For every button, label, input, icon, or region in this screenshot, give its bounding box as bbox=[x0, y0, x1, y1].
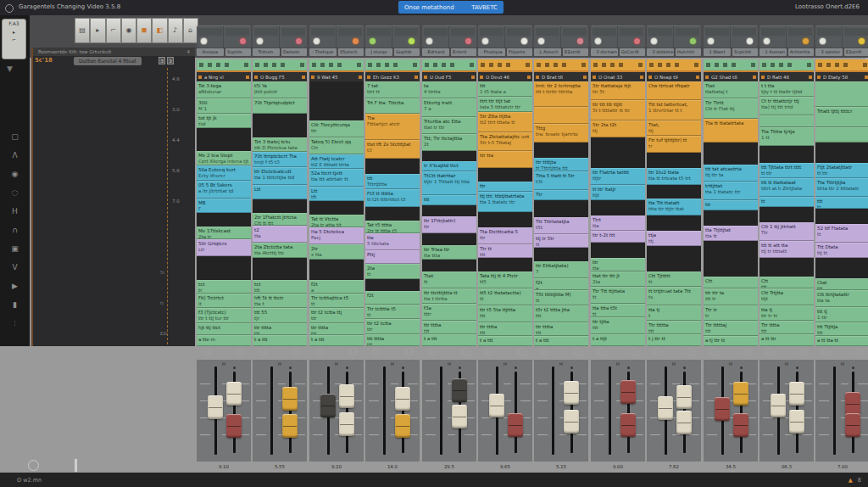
clip-label-row[interactable]: D Ratt 48 bbox=[760, 70, 814, 81]
track-output-chip[interactable]: Suptds bbox=[225, 48, 251, 56]
track-name-chip[interactable]: ◦ 1 Wasrt bbox=[704, 48, 731, 56]
clip[interactable]: 2tr 1Ftatctt jtrtctaCtt tt ttt bbox=[253, 213, 307, 226]
fader-cap[interactable] bbox=[452, 378, 467, 402]
clip[interactable]: 70t Ttprtqtudptct bbox=[253, 98, 307, 114]
clip[interactable]: Ttr ttttt bbox=[478, 244, 532, 258]
clip-label-row[interactable]: D Etaty 58 bbox=[815, 70, 868, 81]
track-header-button-left[interactable] bbox=[480, 28, 504, 36]
clip[interactable]: tcttr bbox=[197, 280, 251, 294]
empty-clip-slot[interactable] bbox=[309, 201, 364, 215]
clip[interactable]: t a ttt bbox=[478, 336, 532, 346]
volume-fader-track[interactable] bbox=[440, 367, 442, 455]
clip-stop-button[interactable] bbox=[598, 348, 605, 355]
empty-clip-slot[interactable] bbox=[647, 185, 701, 199]
mixer-icon[interactable]: H bbox=[0, 202, 30, 221]
track-header-button-right[interactable] bbox=[844, 28, 868, 36]
clip[interactable]: ttr 1tu2 ttatatta tt trtcata t5 trt bbox=[647, 168, 701, 185]
monitor-button[interactable]: ◉ bbox=[121, 18, 136, 43]
track-name-chip[interactable]: ◦ 1 Auesan bbox=[760, 48, 787, 56]
volume-fader-track[interactable] bbox=[833, 367, 836, 455]
clip-stop-button[interactable] bbox=[710, 348, 718, 355]
headphone-icon[interactable]: ∩ bbox=[0, 221, 30, 239]
clip-stop-button[interactable] bbox=[855, 348, 863, 355]
empty-clip-slot[interactable] bbox=[253, 199, 307, 213]
clip[interactable]: tta tjt bbox=[647, 305, 701, 321]
track-header-button-left[interactable] bbox=[536, 28, 559, 36]
record-arm-dot[interactable] bbox=[746, 37, 754, 45]
chevron-icon[interactable]: V bbox=[0, 258, 30, 277]
track-header-button-right[interactable] bbox=[225, 28, 249, 36]
scene-strip[interactable] bbox=[365, 59, 420, 70]
clip[interactable]: ttt1 t5 ttata a bbox=[478, 81, 532, 97]
track-header-button-left[interactable] bbox=[311, 28, 335, 36]
clip-label-row[interactable]: G2 Shad t8 bbox=[704, 70, 758, 81]
clip[interactable]: hft 5t tt ttctrtta t bbox=[253, 294, 307, 308]
clip[interactable]: Tat t5 tttta2tr tt tttta t5 bbox=[365, 221, 420, 233]
empty-clip-slot[interactable] bbox=[309, 260, 364, 280]
record-arm-dot[interactable] bbox=[352, 37, 359, 45]
empty-clip-slot[interactable] bbox=[253, 114, 307, 137]
clip[interactable]: ttr ttttattt bbox=[309, 323, 364, 335]
clip[interactable]: Tta Etctttcatta 5ttr bbox=[478, 227, 532, 244]
record-arm-dot[interactable] bbox=[802, 37, 810, 45]
clip-label-row[interactable]: O Neap t9 bbox=[647, 70, 701, 81]
clip[interactable]: Ltttft bbox=[309, 187, 364, 201]
empty-clip-slot[interactable] bbox=[760, 146, 814, 163]
monitor-dot[interactable] bbox=[481, 37, 489, 45]
scene-strip[interactable] bbox=[309, 59, 364, 70]
clip[interactable]: f3 (Tjctcstc)ttr t ttj tur ttr bbox=[197, 308, 251, 323]
record-arm-dot[interactable] bbox=[576, 37, 584, 45]
clip[interactable]: 7 tatttrt tt bbox=[365, 81, 420, 98]
clip[interactable]: ttr Trtaa ttrtta ttta bbox=[422, 245, 476, 260]
clip[interactable]: Ttr TtrttCtt tr Ftat ttj bbox=[704, 98, 758, 119]
scene-strip[interactable] bbox=[253, 59, 307, 70]
clip[interactable]: ttt ttttattt bbox=[365, 334, 420, 346]
clip[interactable]: ttr ttttattt bbox=[534, 322, 588, 336]
clip[interactable] bbox=[815, 81, 868, 107]
track-header-button-left[interactable] bbox=[648, 28, 672, 36]
clip[interactable]: 5tr Ztta ttjttatt2 ttrt tttata tt bbox=[478, 112, 532, 132]
track-name-chip[interactable]: ◦ Edrtund bbox=[422, 48, 449, 56]
track-header-button-right[interactable] bbox=[788, 28, 812, 36]
volume-fader-track[interactable] bbox=[552, 367, 554, 455]
clip[interactable]: Tta tt ttatatrtata bbox=[704, 119, 758, 143]
clip[interactable]: Trtatt tjttj ttttcr bbox=[815, 107, 868, 127]
clip[interactable]: t t ttatjty t tt ttattr tjttd bbox=[760, 81, 814, 97]
clip[interactable]: Ttr tttttajttt bbox=[704, 321, 758, 336]
monitor-dot[interactable] bbox=[313, 37, 320, 45]
track-header-button-right[interactable] bbox=[394, 28, 418, 36]
track-header-panel[interactable] bbox=[591, 25, 645, 48]
clip[interactable]: Ftr tuf tjtttjttr) tttr bbox=[647, 136, 701, 153]
empty-clip-slot[interactable] bbox=[647, 153, 701, 168]
track-header-panel[interactable] bbox=[647, 25, 701, 48]
clip-stop-button[interactable] bbox=[316, 348, 324, 355]
track-name-chip[interactable]: ◦ Trdrum bbox=[253, 48, 280, 56]
track-output-chip[interactable]: Scplchtt bbox=[732, 48, 758, 56]
scene-strip[interactable] bbox=[534, 59, 588, 70]
track-output-chip[interactable]: Achtertta bbox=[788, 48, 814, 56]
clip[interactable]: Ttt; Ttr ttctajttta2t bbox=[422, 134, 476, 151]
track-header-button-left[interactable] bbox=[254, 28, 278, 36]
track-output-chip[interactable]: Hutchitt bbox=[676, 48, 701, 56]
clip[interactable]: Ttt tst tattertcat,1 ttrvrtrtar tt t bbox=[647, 100, 701, 120]
clip[interactable]: Ctt 1 ttj jttrtattTtr bbox=[760, 222, 814, 241]
clip[interactable]: Ctk Ttecyttcurqattr bbox=[309, 120, 364, 137]
record-arm-dot[interactable] bbox=[633, 37, 641, 45]
clip[interactable]: a tj ttr tt bbox=[704, 336, 758, 346]
clip[interactable]: ttr ttttattt bbox=[253, 323, 307, 335]
scene-strip[interactable] bbox=[422, 59, 476, 70]
clip[interactable]: tctttt bbox=[253, 280, 307, 294]
empty-clip-slot[interactable] bbox=[365, 279, 420, 291]
monitor-dot[interactable] bbox=[426, 37, 433, 45]
send-fader-track[interactable] bbox=[402, 372, 404, 453]
fader-cap[interactable] bbox=[733, 382, 748, 406]
clip[interactable]: tt5 t2 ttatatactta)tt bbox=[478, 288, 532, 305]
clip[interactable]: Ctt Tjttttttt bbox=[647, 271, 701, 287]
clip[interactable]: tta ttta t5ttt bbox=[591, 304, 645, 317]
scene-strip[interactable] bbox=[647, 59, 701, 70]
clip[interactable]: ttr ttr tattt tr bbox=[704, 288, 758, 305]
fader-cap[interactable] bbox=[564, 410, 579, 434]
clip[interactable]: ttr bbox=[704, 200, 758, 210]
clip[interactable]: Ctt Trtjttattjt bbox=[760, 288, 814, 305]
track-header-button-right[interactable] bbox=[620, 28, 643, 36]
